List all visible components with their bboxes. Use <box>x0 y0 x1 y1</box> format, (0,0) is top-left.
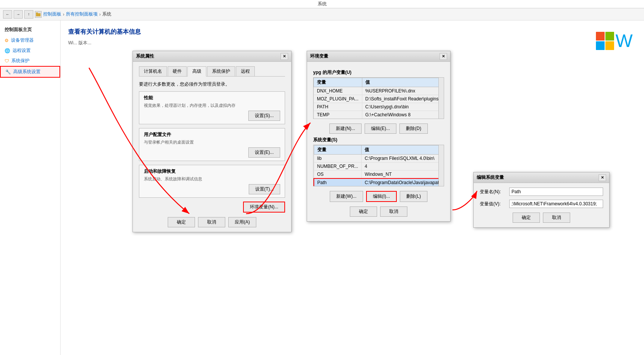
tab-advanced[interactable]: 高级 <box>187 66 206 77</box>
sysprops-cancel-button[interactable]: 取消 <box>198 217 225 227</box>
sysprops-apply-button[interactable]: 应用(A) <box>228 217 256 227</box>
user-delete-button[interactable]: 删除(D) <box>399 124 428 134</box>
sys-vars-table: 变量 值 lib C:\Program Files\SQLXML 4.0\bin… <box>313 145 444 186</box>
wrench-icon: 🔧 <box>5 69 11 75</box>
userprofile-title: 用户配置文件 <box>144 131 280 138</box>
forward-button[interactable]: → <box>14 10 23 19</box>
main-content: 控制面板主页 ⚙ 设备管理器 🌐 远程设置 🛡 系统保护 🔧 高级系统设置 查看… <box>0 20 644 355</box>
user-var-name-header: 变量 <box>314 78 362 87</box>
sysprops-ok-button[interactable]: 确定 <box>168 217 195 227</box>
sys-edit-button[interactable]: 编辑(I)... <box>366 191 397 202</box>
sysprops-body: 计算机名 硬件 高级 系统保护 远程 要进行大多数更改，您必须作为管理 <box>133 62 291 232</box>
sysprops-close-button[interactable]: ✕ <box>281 53 288 60</box>
win-sq-red <box>596 32 605 41</box>
sys-vars-buttons: 新建(W)... 编辑(I)... 删除(L) <box>313 191 444 202</box>
window-title: 系统 <box>318 1 327 7</box>
env-cancel-button[interactable]: 取消 <box>380 206 407 217</box>
tab-hardware[interactable]: 硬件 <box>168 66 187 76</box>
env-ok-button[interactable]: 确定 <box>350 206 377 217</box>
user-var-row[interactable]: MOZ_PLUGIN_PA... D:\Softs_install\Foxit … <box>314 95 444 103</box>
up-button[interactable]: ↑ <box>24 10 33 19</box>
sysprops-dialog: 系统属性 ✕ 计算机名 硬件 高级 系统保护 <box>133 51 292 232</box>
edit-cancel-button[interactable]: 取消 <box>543 213 570 223</box>
breadcrumb: 控制面板 › 所有控制面板项 › 系统 <box>43 11 111 17</box>
user-var-row[interactable]: PATH C:\Users\ypg\.dnx\bin <box>314 103 444 111</box>
startup-section: 启动和故障恢复 系统启动、系统故障和调试信息 设置(T)... <box>139 165 285 198</box>
env-titlebar: 环境变量 ✕ <box>307 51 450 62</box>
user-var-row[interactable]: TMP G:\+Cache\Windows 8 <box>314 119 444 119</box>
env-close-button[interactable]: ✕ <box>440 53 447 60</box>
perf-section: 性能 视觉效果，处理器计划，内存使用，以及虚拟内存 设置(S)... <box>139 91 285 124</box>
var-name-input[interactable] <box>509 188 603 196</box>
sys-var-lib-value: C:\Program Files\SQLXML 4.0\bin\ <box>362 155 444 163</box>
edit-dialog-buttons: 确定 取消 <box>480 213 603 223</box>
sysprops-tab-bar: 计算机名 硬件 高级 系统保护 远程 <box>139 66 285 77</box>
sys-var-path-row[interactable]: Path C:\ProgramData\Oracle\Java\javapath… <box>314 178 444 186</box>
gear-icon: ⚙ <box>5 38 9 43</box>
user-var-tmp-name: TMP <box>314 119 362 119</box>
sys-vars-container: 变量 值 lib C:\Program Files\SQLXML 4.0\bin… <box>313 145 444 186</box>
user-var-row[interactable]: DNX_HOME %USERPROFILE%\.dnx <box>314 87 444 95</box>
startup-title: 启动和故障恢复 <box>144 168 280 175</box>
sidebar-item-remote-settings[interactable]: 🌐 远程设置 <box>0 45 60 56</box>
startup-settings-button[interactable]: 设置(T)... <box>249 184 280 194</box>
shield-icon: 🛡 <box>5 58 9 64</box>
back-button[interactable]: ← <box>3 10 12 19</box>
sys-var-row[interactable]: NUMBER_OF_PR... 4 <box>314 163 444 170</box>
sys-delete-button[interactable]: 删除(L) <box>400 191 427 202</box>
user-new-button[interactable]: 新建(N)... <box>329 124 362 134</box>
sys-var-row[interactable]: lib C:\Program Files\SQLXML 4.0\bin\ <box>314 155 444 163</box>
user-var-row[interactable]: TEMP G:\+Cache\Windows 8 <box>314 111 444 119</box>
sys-var-name-header: 变量 <box>314 145 362 155</box>
win-sq-blue <box>596 41 605 50</box>
var-value-label: 变量值(V): <box>480 201 506 207</box>
sidebar-title: 控制面板主页 <box>0 24 60 35</box>
env-vars-button[interactable]: 环境变量(N)... <box>243 202 285 213</box>
sys-var-numpr-name: NUMBER_OF_PR... <box>314 163 362 170</box>
edit-ok-button[interactable]: 确定 <box>513 213 540 223</box>
user-vars-container: 变量 值 DNX_HOME %USERPROFILE%\.dnx MOZ_PLU… <box>313 77 444 119</box>
tab-computer-name[interactable]: 计算机名 <box>139 66 167 76</box>
breadcrumb-all[interactable]: 所有控制面板项 <box>66 11 98 17</box>
tab-remote[interactable]: 远程 <box>236 66 255 76</box>
sidebar-item-system-protect[interactable]: 🛡 系统保护 <box>0 56 60 66</box>
page-subtitle: Wi... 版本... <box>68 40 636 46</box>
user-var-temp-name: TEMP <box>314 111 362 119</box>
perf-title: 性能 <box>144 95 280 101</box>
perf-settings-button[interactable]: 设置(S)... <box>248 111 280 121</box>
edit-close-button[interactable]: ✕ <box>599 174 606 181</box>
perf-desc: 视觉效果，处理器计划，内存使用，以及虚拟内存 <box>144 103 280 108</box>
tab-system-protect[interactable]: 系统保护 <box>207 66 235 76</box>
page-area: 查看有关计算机的基本信息 Wi... 版本... W 系统属性 ✕ 计 <box>61 20 644 355</box>
user-var-tmp-value: G:\+Cache\Windows 8 <box>362 119 443 119</box>
user-vars-scrollbar[interactable] <box>438 78 444 119</box>
sidebar: 控制面板主页 ⚙ 设备管理器 🌐 远程设置 🛡 系统保护 🔧 高级系统设置 <box>0 20 61 355</box>
sys-var-os-value: Windows_NT <box>362 170 444 179</box>
windows-logo: W <box>596 32 633 50</box>
globe-icon: 🌐 <box>5 48 10 53</box>
edit-titlebar: 编辑系统变量 ✕ <box>474 172 609 183</box>
breadcrumb-cp[interactable]: 控制面板 <box>43 11 61 17</box>
var-value-input[interactable] <box>509 200 603 208</box>
user-vars-buttons: 新建(N)... 编辑(E)... 删除(D) <box>313 124 444 134</box>
sys-var-value-header: 值 <box>362 145 444 155</box>
sys-var-row[interactable]: OS Windows_NT <box>314 170 444 179</box>
admin-message: 要进行大多数更改，您必须作为管理员登录。 <box>139 81 285 88</box>
svg-rect-1 <box>36 13 38 14</box>
userprofile-settings-button[interactable]: 设置(E)... <box>248 147 280 158</box>
user-var-moz-value: D:\Softs_install\Foxit Reader\plugins\ <box>362 95 443 103</box>
windows-squares <box>596 32 614 50</box>
user-var-dnx-value: %USERPROFILE%\.dnx <box>362 87 443 95</box>
sidebar-item-advanced-settings[interactable]: 🔧 高级系统设置 <box>0 66 60 78</box>
user-edit-button[interactable]: 编辑(E)... <box>365 124 396 134</box>
user-var-path-name: PATH <box>314 103 362 111</box>
sys-vars-scrollbar[interactable] <box>438 145 444 186</box>
var-value-field-row: 变量值(V): <box>480 200 603 208</box>
sysprops-titlebar: 系统属性 ✕ <box>133 51 291 62</box>
sys-new-button[interactable]: 新建(W)... <box>330 191 363 202</box>
sys-var-numpr-value: 4 <box>362 163 444 170</box>
windows-letter: W <box>616 32 633 50</box>
user-var-temp-value: G:\+Cache\Windows 8 <box>362 111 443 119</box>
sidebar-item-device-manager[interactable]: ⚙ 设备管理器 <box>0 35 60 45</box>
breadcrumb-system: 系统 <box>102 11 111 17</box>
